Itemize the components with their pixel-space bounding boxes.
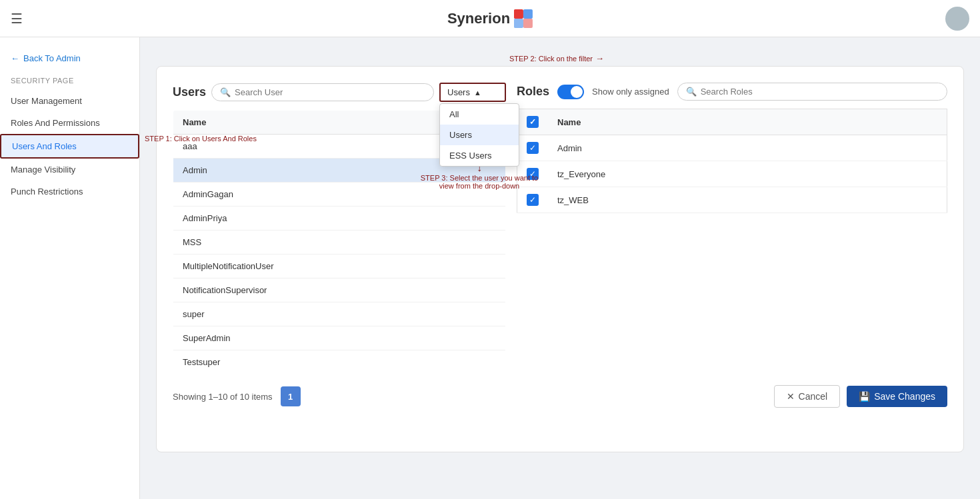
hamburger-icon[interactable]: ☰ [11,11,23,27]
user-search-input[interactable] [235,87,425,97]
main-content: STEP 2: Click on the filter → Users 🔍 [140,37,980,499]
role-name-cell: tz_Everyone [548,161,947,187]
app-logo: Synerion [447,9,533,28]
x-icon: ✕ [787,391,795,402]
page-layout: ← Back To Admin SECURITY PAGE User Manag… [0,37,980,499]
svg-rect-3 [523,19,533,28]
card-footer: Showing 1–10 of 10 items 1 ✕ Cancel 💾 Sa… [173,385,947,408]
showing-text: Showing 1–10 of 10 items [173,392,273,402]
save-label: Save Changes [874,391,935,402]
roles-panel: Roles Show only assigned 🔍 [517,83,947,374]
roles-checkbox-header: ✓ [517,109,549,135]
role-name-cell: tz_WEB [548,187,947,213]
page-1-button[interactable]: 1 [281,386,301,406]
users-panel-title: Users [173,85,206,99]
select-all-checkbox[interactable]: ✓ [527,116,539,128]
role-name-cell: Admin [548,135,947,161]
user-name-cell: Testsuper [173,350,506,374]
back-to-admin-link[interactable]: ← Back To Admin [0,48,139,69]
sidebar-item-label: Punch Restrictions [11,187,83,197]
table-row[interactable]: MSS [173,231,506,254]
sidebar-item-users-and-roles[interactable]: Users And Roles [0,134,139,159]
table-row[interactable]: NotificationSupervisor [173,278,506,302]
user-name-cell: MSS [173,231,506,254]
role-checkbox-cell: ✓ [517,187,549,213]
roles-name-header: Name [548,109,947,135]
user-name-cell: AdminPriya [173,207,506,231]
table-row[interactable]: AdminPriya [173,207,506,231]
toggle-label: Show only assigned [592,87,669,97]
sidebar-item-roles-permissions[interactable]: Roles And Permissions [0,112,139,134]
chevron-up-icon: ▲ [474,89,481,97]
step2-annotation: STEP 2: Click on the filter [509,55,593,63]
back-link-label: Back To Admin [23,53,81,63]
role-checkbox[interactable]: ✓ [527,142,539,154]
filter-option-all[interactable]: All [440,104,519,125]
sidebar-section-label: SECURITY PAGE [0,74,139,90]
svg-rect-0 [514,9,523,19]
users-panel: Users 🔍 Users ▲ [173,83,506,374]
svg-rect-2 [514,19,523,28]
filter-dropdown[interactable]: Users ▲ [439,83,506,102]
save-changes-button[interactable]: 💾 Save Changes [847,386,947,407]
cancel-button[interactable]: ✕ Cancel [774,385,841,408]
roles-search-box[interactable]: 🔍 [677,83,947,101]
sidebar-item-manage-visibility[interactable]: Manage Visibility [0,159,139,181]
user-name-cell: super [173,302,506,326]
svg-rect-1 [523,9,533,19]
roles-search-input[interactable] [701,87,939,97]
search-icon: 🔍 [686,87,697,97]
sidebar-item-label: User Management [11,96,82,106]
step3-annotation: STEP 3: Select the user you want to view… [413,174,546,190]
sidebar: ← Back To Admin SECURITY PAGE User Manag… [0,37,140,499]
filter-option-ess-users[interactable]: ESS Users [440,145,519,166]
table-row[interactable]: ✓ Admin [517,135,947,161]
table-row[interactable]: MultipleNotificationUser [173,254,506,278]
user-name-cell: NotificationSupervisor [173,278,506,302]
arrow-right-icon: → [595,53,604,63]
top-nav: ☰ Synerion [0,0,980,37]
sidebar-item-user-management[interactable]: User Management [0,90,139,112]
step1-annotation: STEP 1: Click on Users And Roles [145,134,257,143]
back-arrow-icon: ← [11,53,19,63]
table-row[interactable]: ✓ tz_Everyone [517,161,947,187]
footer-actions: ✕ Cancel 💾 Save Changes [774,385,947,408]
pagination-section: Showing 1–10 of 10 items 1 [173,386,301,406]
filter-dropdown-menu: All Users ESS Users [439,103,519,167]
users-panel-header: Users 🔍 Users ▲ [173,83,506,102]
table-row[interactable]: super [173,302,506,326]
filter-option-users[interactable]: Users [440,125,519,145]
toggle-knob [571,86,583,98]
app-title: Synerion [447,10,510,27]
panel-layout: Users 🔍 Users ▲ [173,83,947,374]
search-icon: 🔍 [220,87,231,97]
sidebar-item-label: Manage Visibility [11,165,75,175]
filter-dropdown-container: Users ▲ All Users [439,83,506,102]
logo-icon [514,9,533,28]
cancel-label: Cancel [799,391,828,402]
sidebar-item-label: Users And Roles [12,141,77,151]
sidebar-item-punch-restrictions[interactable]: Punch Restrictions [0,181,139,203]
table-row[interactable]: SuperAdmin [173,326,506,350]
avatar[interactable] [945,7,969,31]
save-icon: 💾 [859,391,870,402]
roles-panel-title: Roles [517,85,549,99]
table-row[interactable]: ✓ tz_WEB [517,187,947,213]
user-name-cell: MultipleNotificationUser [173,254,506,278]
sidebar-item-label: Roles And Permissions [11,118,100,128]
user-name-cell: SuperAdmin [173,326,506,350]
user-search-box[interactable]: 🔍 [211,83,434,101]
step2-annotation-row: STEP 2: Click on the filter → [156,53,964,63]
role-checkbox[interactable]: ✓ [527,194,539,206]
roles-panel-header: Roles Show only assigned 🔍 [517,83,947,101]
role-checkbox-cell: ✓ [517,135,549,161]
main-card: Users 🔍 Users ▲ [156,66,964,452]
table-row[interactable]: Testsuper [173,350,506,374]
show-only-assigned-toggle[interactable] [557,85,584,99]
filter-label: Users [447,87,470,97]
roles-table: ✓ Name ✓ Admin [517,109,947,213]
